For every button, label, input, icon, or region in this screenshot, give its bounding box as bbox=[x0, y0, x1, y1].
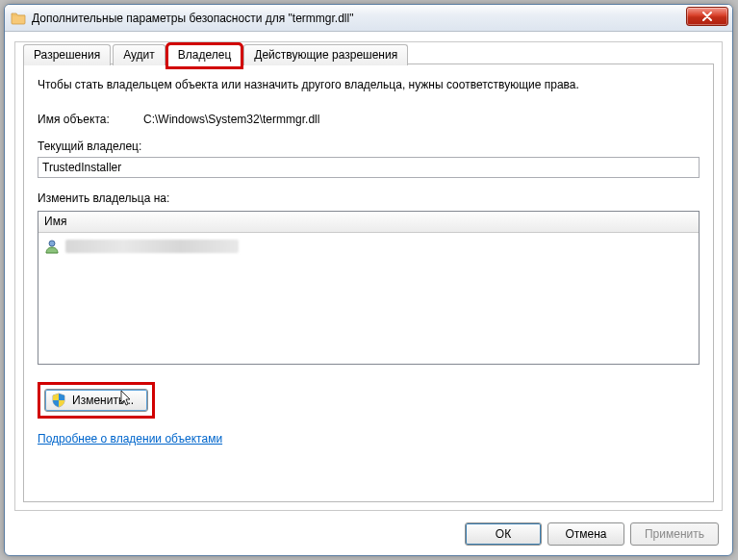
owner-candidates-list[interactable]: Имя bbox=[38, 211, 700, 365]
change-owner-to-label: Изменить владельца на: bbox=[38, 191, 700, 205]
close-button[interactable] bbox=[686, 7, 728, 26]
object-name-label: Имя объекта: bbox=[38, 113, 143, 126]
learn-more-link[interactable]: Подробнее о владении объектами bbox=[38, 432, 222, 445]
tab-permissions[interactable]: Разрешения bbox=[23, 44, 111, 65]
current-owner-field[interactable] bbox=[38, 157, 700, 178]
close-icon bbox=[702, 12, 712, 21]
owner-tab-panel: Чтобы стать владельцем объекта или назна… bbox=[23, 64, 714, 502]
titlebar[interactable]: Дополнительные параметры безопасности дл… bbox=[5, 5, 732, 32]
tab-effective-permissions[interactable]: Действующие разрешения bbox=[243, 44, 408, 65]
advanced-security-dialog: Дополнительные параметры безопасности дл… bbox=[4, 4, 733, 556]
current-owner-label: Текущий владелец: bbox=[38, 140, 700, 153]
list-body bbox=[38, 233, 699, 364]
tab-audit[interactable]: Аудит bbox=[113, 44, 165, 65]
tab-owner[interactable]: Владелец bbox=[167, 44, 242, 67]
change-button-highlight: Изменить... bbox=[38, 382, 155, 419]
dialog-button-row: ОК Отмена Применить bbox=[465, 522, 719, 546]
svg-point-0 bbox=[49, 241, 55, 246]
user-name-redacted bbox=[65, 240, 239, 253]
uac-shield-icon bbox=[51, 393, 66, 408]
folder-icon bbox=[11, 11, 26, 26]
object-name-value: C:\Windows\System32\termmgr.dll bbox=[143, 113, 700, 126]
cursor-icon bbox=[120, 390, 134, 409]
cancel-button[interactable]: Отмена bbox=[547, 522, 624, 546]
list-column-name[interactable]: Имя bbox=[38, 212, 699, 233]
list-item[interactable] bbox=[44, 237, 693, 256]
apply-button[interactable]: Применить bbox=[630, 522, 719, 546]
user-icon bbox=[44, 239, 60, 254]
content-area: Разрешения Аудит Владелец Действующие ра… bbox=[14, 41, 723, 511]
intro-text: Чтобы стать владельцем объекта или назна… bbox=[38, 78, 700, 91]
window-title: Дополнительные параметры безопасности дл… bbox=[32, 12, 353, 25]
tabstrip: Разрешения Аудит Владелец Действующие ра… bbox=[23, 40, 410, 65]
ok-button[interactable]: ОК bbox=[465, 522, 542, 546]
